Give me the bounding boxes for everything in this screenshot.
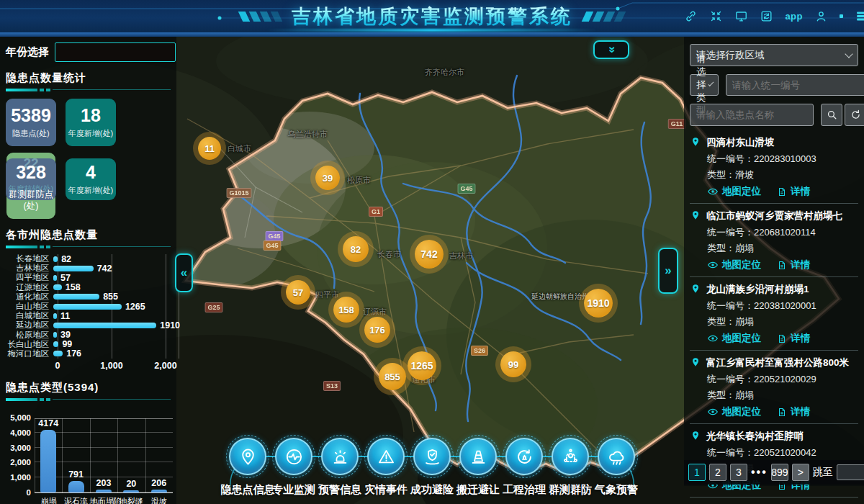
app-label[interactable]: app: [785, 11, 803, 22]
type-bar[interactable]: [123, 490, 139, 492]
region-bar[interactable]: [53, 256, 58, 262]
map-marker[interactable]: 11: [198, 137, 221, 160]
refresh-button[interactable]: [845, 104, 864, 126]
hazard-list-item: 景山镇新胜村S204（K350）崩塌统一编号：220622020011类型：崩塌…: [690, 498, 858, 504]
jump-page-input[interactable]: [837, 464, 864, 480]
detail-link[interactable]: 详情: [777, 405, 810, 418]
monitor-icon[interactable]: [734, 9, 748, 23]
stats-section-title: 隐患点数量统计: [6, 71, 171, 85]
type-bar[interactable]: [68, 481, 84, 492]
y-tick-label: 2,000: [10, 458, 31, 467]
region-bar-track: 39: [53, 330, 171, 340]
menu-icon[interactable]: [855, 9, 864, 23]
type-bar[interactable]: [40, 430, 56, 492]
detail-link[interactable]: 详情: [777, 332, 810, 345]
detail-link[interactable]: 详情: [777, 258, 810, 271]
y-tick-label: 5,000: [10, 413, 31, 422]
code-input[interactable]: [726, 74, 864, 96]
sync-icon[interactable]: [760, 9, 773, 23]
nav-item-成功避险[interactable]: 成功避险: [409, 435, 455, 497]
app-header: 吉林省地质灾害监测预警系统 app: [0, 0, 864, 32]
left-stats-panel: 年份选择 隐患点数量统计 5389 隐患点(处) 18 年度新增(处) 22 3…: [0, 32, 176, 504]
nav-item-气象预警[interactable]: 气象预警: [593, 435, 639, 497]
fullscreen-icon[interactable]: [709, 9, 723, 23]
region-bar[interactable]: [53, 323, 156, 328]
expand-right-panel-button[interactable]: »: [658, 248, 678, 294]
title-glow-line: [266, 29, 598, 32]
detail-label: 详情: [791, 258, 810, 271]
region-bar-track: 176: [53, 349, 171, 359]
search-icon: [826, 109, 838, 121]
document-icon: [777, 407, 787, 418]
detail-link[interactable]: 详情: [777, 185, 810, 198]
region-bar[interactable]: [53, 351, 63, 356]
page-title: 吉林省地质灾害监测预警系统: [292, 4, 572, 30]
nav-label: 搬迁避让: [456, 483, 500, 497]
region-select[interactable]: 请选择行政区域: [690, 44, 858, 66]
map-marker[interactable]: 1910: [584, 289, 613, 318]
type-bar-column: 203: [90, 478, 117, 492]
location-pin-icon: [690, 429, 701, 444]
right-search-panel: 请选择行政区域 请选择类型 四滴村东山滑坡统一编号：220283010003类型…: [684, 32, 864, 486]
collapse-left-panel-button[interactable]: «: [175, 253, 193, 292]
type-select[interactable]: 请选择类型: [690, 74, 719, 96]
map-marker[interactable]: 742: [415, 240, 444, 269]
hazard-type: 类型：崩塌: [707, 242, 858, 255]
nav-item-预警信息[interactable]: 预警信息: [317, 435, 363, 497]
hazard-links: 地图定位详情: [707, 258, 858, 271]
next-page-button[interactable]: >: [792, 464, 809, 481]
type-value: 206: [151, 478, 166, 488]
region-bar[interactable]: [53, 284, 62, 290]
type-bar[interactable]: [151, 490, 167, 492]
page-button[interactable]: 1: [688, 464, 706, 481]
link-icon[interactable]: [684, 9, 698, 23]
type-bar[interactable]: [96, 490, 112, 492]
nav-item-工程治理[interactable]: 工程治理: [501, 435, 547, 497]
map-locate-link[interactable]: 地图定位: [707, 185, 761, 198]
page-button[interactable]: 2: [709, 464, 726, 481]
stat-value: 18: [81, 106, 101, 125]
nav-label: 专业监测: [272, 483, 315, 497]
map-marker[interactable]: 855: [379, 363, 406, 390]
region-bar[interactable]: [53, 266, 94, 271]
region-bar-track: 855: [53, 292, 171, 302]
nav-item-隐患点信息[interactable]: 隐患点信息: [225, 435, 271, 497]
nav-item-群测群防[interactable]: 群测群防: [547, 435, 593, 497]
name-input[interactable]: [690, 104, 814, 126]
page-button-last[interactable]: 899: [771, 464, 788, 481]
nav-label: 隐患点信息: [221, 483, 275, 497]
region-bar[interactable]: [53, 294, 99, 300]
region-bar[interactable]: [53, 304, 122, 310]
page-button[interactable]: 3: [730, 464, 747, 481]
nav-item-专业监测[interactable]: 专业监测: [271, 435, 317, 497]
map-locate-link[interactable]: 地图定位: [707, 258, 761, 271]
collapse-top-button[interactable]: «: [593, 40, 629, 59]
user-icon[interactable]: [814, 9, 828, 23]
map-marker[interactable]: 82: [343, 236, 369, 262]
year-input[interactable]: [55, 42, 176, 62]
map-locate-link[interactable]: 地图定位: [707, 405, 761, 418]
type-category-label: 地面塌陷: [90, 496, 117, 504]
hazard-list-item: 四滴村东山滑坡统一编号：220283010003类型：滑坡地图定位详情: [690, 130, 858, 204]
type-bar-column: 791: [62, 469, 89, 492]
map-marker[interactable]: 1265: [408, 351, 436, 380]
map-marker[interactable]: 99: [500, 351, 526, 377]
warning-icon: [367, 438, 405, 475]
region-bar[interactable]: [53, 341, 58, 347]
map-marker[interactable]: 176: [364, 317, 390, 343]
hazard-title: 临江市蚂蚁河乡贾家营村崩塌七: [706, 210, 842, 222]
stat-card-total: 5389 隐患点(处): [6, 99, 56, 146]
map-marker[interactable]: 57: [286, 280, 310, 305]
eye-icon: [707, 259, 719, 271]
map-locate-link[interactable]: 地图定位: [707, 332, 761, 345]
region-value: 82: [61, 254, 71, 264]
map-marker[interactable]: 158: [333, 297, 359, 323]
region-bar[interactable]: [53, 313, 57, 319]
search-button[interactable]: [821, 104, 842, 126]
nav-item-灾情事件[interactable]: 灾情事件: [363, 435, 409, 497]
region-bar[interactable]: [53, 275, 57, 281]
nav-item-搬迁避让[interactable]: 搬迁避让: [455, 435, 501, 497]
nav-label: 成功避险: [410, 483, 454, 497]
region-bar[interactable]: [53, 332, 57, 338]
map-marker[interactable]: 39: [315, 166, 340, 190]
